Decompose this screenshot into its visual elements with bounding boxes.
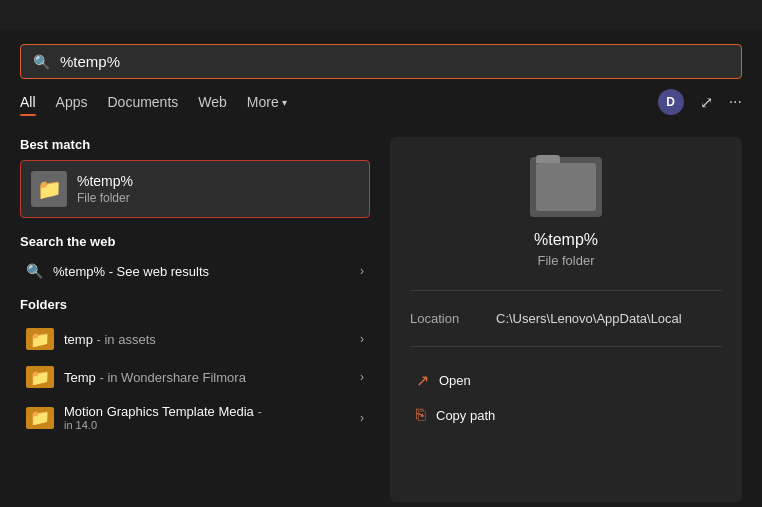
chevron-down-icon: ▾	[282, 97, 287, 108]
detail-prop-row: Location C:\Users\Lenovo\AppData\Local	[410, 307, 722, 330]
chevron-right-icon: ›	[360, 411, 364, 425]
folder-item-name: Temp - in Wondershare Filmora	[64, 370, 246, 385]
search-web-label: Search the web	[20, 234, 370, 249]
folder-item-name: Motion Graphics Template Media - in 14.0	[64, 404, 262, 431]
tab-all[interactable]: All	[20, 94, 36, 116]
more-options-icon[interactable]: ···	[729, 93, 742, 111]
copy-path-action[interactable]: ⎘ Copy path	[410, 398, 722, 432]
best-match-title: %temp%	[77, 173, 133, 189]
list-item[interactable]: 📁 Motion Graphics Template Media - in 14…	[20, 396, 370, 439]
folder-icon-large: 📁	[31, 171, 67, 207]
chevron-right-icon: ›	[360, 370, 364, 384]
best-match-text-group: %temp% File folder	[77, 173, 133, 205]
best-match-subtitle: File folder	[77, 191, 133, 205]
best-match-label: Best match	[20, 137, 370, 152]
folder-item-name: temp - in assets	[64, 332, 156, 347]
folder-shape	[536, 163, 596, 211]
tab-web[interactable]: Web	[198, 94, 227, 116]
search-input-value: %temp%	[60, 53, 729, 70]
divider-2	[410, 346, 722, 347]
chevron-right-icon: ›	[360, 332, 364, 346]
nav-right-actions: D ⤢ ···	[658, 89, 742, 121]
tab-apps[interactable]: Apps	[56, 94, 88, 116]
open-label: Open	[439, 373, 471, 388]
web-search-icon: 🔍	[26, 263, 43, 279]
detail-actions: ↗ Open ⎘ Copy path	[410, 363, 722, 432]
left-panel: Best match 📁 %temp% File folder Search t…	[20, 137, 370, 502]
list-item[interactable]: 📁 Temp - in Wondershare Filmora ›	[20, 358, 370, 396]
tab-documents[interactable]: Documents	[107, 94, 178, 116]
open-action[interactable]: ↗ Open	[410, 363, 722, 398]
detail-props: Location C:\Users\Lenovo\AppData\Local	[410, 299, 722, 338]
chevron-right-icon: ›	[360, 264, 364, 278]
folders-label: Folders	[20, 297, 370, 312]
top-bar	[0, 0, 762, 30]
detail-title: %temp%	[534, 231, 598, 249]
folders-section: Folders 📁 temp - in assets › 📁 Temp - in	[20, 297, 370, 439]
nav-tabs: All Apps Documents Web More ▾ D ⤢ ···	[0, 79, 762, 121]
copy-path-label: Copy path	[436, 408, 495, 423]
copy-icon: ⎘	[416, 406, 426, 424]
detail-subtitle: File folder	[537, 253, 594, 268]
search-container: 🔍 %temp%	[0, 30, 762, 79]
prop-label-location: Location	[410, 311, 480, 326]
folder-icon: 📁	[26, 328, 54, 350]
detail-folder-icon	[530, 157, 602, 217]
main-content: Best match 📁 %temp% File folder Search t…	[0, 121, 762, 507]
folder-icon: 📁	[26, 366, 54, 388]
open-icon: ↗	[416, 371, 429, 390]
best-match-item[interactable]: 📁 %temp% File folder	[20, 160, 370, 218]
web-search-item[interactable]: 🔍 %temp% - See web results ›	[20, 255, 370, 287]
folder-icon: 📁	[26, 407, 54, 429]
list-item[interactable]: 📁 temp - in assets ›	[20, 320, 370, 358]
search-box[interactable]: 🔍 %temp%	[20, 44, 742, 79]
avatar[interactable]: D	[658, 89, 684, 115]
right-panel: %temp% File folder Location C:\Users\Len…	[390, 137, 742, 502]
search-icon: 🔍	[33, 54, 50, 70]
divider	[410, 290, 722, 291]
tab-more[interactable]: More ▾	[247, 94, 287, 116]
share-icon[interactable]: ⤢	[700, 93, 713, 112]
prop-value-location: C:\Users\Lenovo\AppData\Local	[496, 311, 682, 326]
web-search-text: %temp% - See web results	[53, 264, 209, 279]
